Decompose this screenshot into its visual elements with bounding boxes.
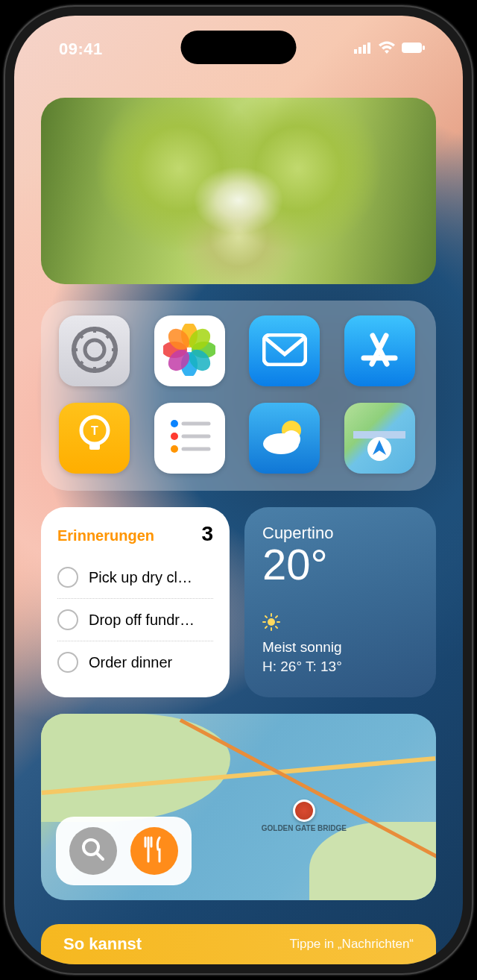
poi-text: GOLDEN GATE BRIDGE: [262, 824, 347, 832]
reminders-count: 3: [201, 522, 213, 546]
svg-line-49: [276, 626, 277, 628]
svg-rect-3: [367, 43, 370, 54]
app-photos[interactable]: [154, 315, 225, 386]
svg-point-33: [171, 433, 178, 440]
app-appstore[interactable]: [344, 315, 415, 386]
app-tips[interactable]: T: [59, 403, 130, 474]
checkbox-icon[interactable]: [57, 567, 78, 588]
svg-text:T: T: [91, 424, 98, 437]
weather-temperature: 20°: [262, 543, 418, 586]
svg-point-31: [171, 420, 178, 427]
svg-line-48: [265, 616, 267, 618]
photos-widget[interactable]: [41, 98, 436, 284]
reminder-item[interactable]: Drop off fundr…: [57, 599, 213, 641]
home-screen: 09:41: [14, 16, 463, 964]
maps-widget[interactable]: GOLDEN GATE BRIDGE: [41, 714, 436, 900]
reminder-text: Order dinner: [89, 654, 172, 671]
reminder-text: Pick up dry cl…: [89, 569, 192, 586]
svg-rect-1: [358, 47, 361, 54]
svg-rect-2: [363, 45, 366, 54]
svg-point-43: [268, 618, 275, 626]
fork-knife-icon: [143, 836, 165, 866]
weather-icon: [259, 415, 311, 460]
app-reminders[interactable]: [154, 403, 225, 474]
checkbox-icon[interactable]: [57, 652, 78, 673]
map-poi-label[interactable]: GOLDEN GATE BRIDGE: [262, 800, 347, 832]
dynamic-island[interactable]: [181, 31, 297, 64]
reminder-item[interactable]: Pick up dry cl…: [57, 556, 213, 599]
app-mail[interactable]: [249, 315, 320, 386]
svg-line-53: [97, 853, 103, 859]
app-maps[interactable]: [344, 403, 415, 474]
battery-icon: [402, 42, 426, 57]
map-pin-icon: [293, 800, 315, 822]
svg-point-7: [85, 340, 104, 359]
svg-rect-29: [89, 442, 100, 450]
gear-icon: [70, 325, 119, 377]
reminders-widget[interactable]: Erinnerungen 3 Pick up dry cl… Drop off …: [41, 507, 230, 697]
svg-point-35: [171, 445, 178, 453]
photos-flower-icon: [163, 324, 215, 379]
reminder-item[interactable]: Order dinner: [57, 641, 213, 683]
map-search-button[interactable]: [69, 827, 117, 875]
svg-line-51: [265, 626, 267, 628]
sun-icon: [262, 613, 418, 635]
weather-high-low: H: 26° T: 13°: [262, 659, 418, 675]
banner-subtitle: Tippe in „Nachrichten“: [289, 937, 414, 952]
app-weather[interactable]: [249, 403, 320, 474]
svg-rect-4: [402, 43, 422, 53]
phone-frame: 09:41: [4, 5, 473, 975]
reminders-icon: [165, 416, 213, 459]
app-folder-widget[interactable]: T: [41, 301, 436, 491]
weather-widget[interactable]: Cupertino 20° Meist sonnig H: 26° T: 13°: [244, 507, 436, 697]
app-settings[interactable]: [59, 315, 130, 386]
svg-rect-5: [423, 45, 425, 50]
mail-icon: [262, 333, 307, 369]
reminders-title: Erinnerungen: [57, 527, 154, 544]
svg-line-50: [276, 616, 277, 618]
map-terrain: [309, 822, 436, 900]
reminder-text: Drop off fundr…: [89, 612, 195, 629]
status-time: 09:41: [59, 40, 103, 59]
cellular-icon: [354, 42, 372, 57]
maps-controls: [56, 817, 192, 885]
lightbulb-icon: T: [76, 414, 113, 462]
wifi-icon: [378, 41, 396, 57]
svg-rect-0: [354, 49, 357, 54]
weather-condition: Meist sonnig: [262, 639, 418, 656]
banner-title: So kannst: [63, 935, 289, 954]
search-icon: [80, 837, 106, 865]
tips-banner[interactable]: So kannst Tippe in „Nachrichten“: [41, 924, 436, 964]
checkbox-icon[interactable]: [57, 609, 78, 630]
maps-icon: [353, 410, 405, 465]
map-food-button[interactable]: [130, 827, 178, 875]
svg-point-39: [282, 430, 300, 448]
appstore-icon: [358, 328, 401, 374]
svg-rect-24: [264, 335, 306, 365]
